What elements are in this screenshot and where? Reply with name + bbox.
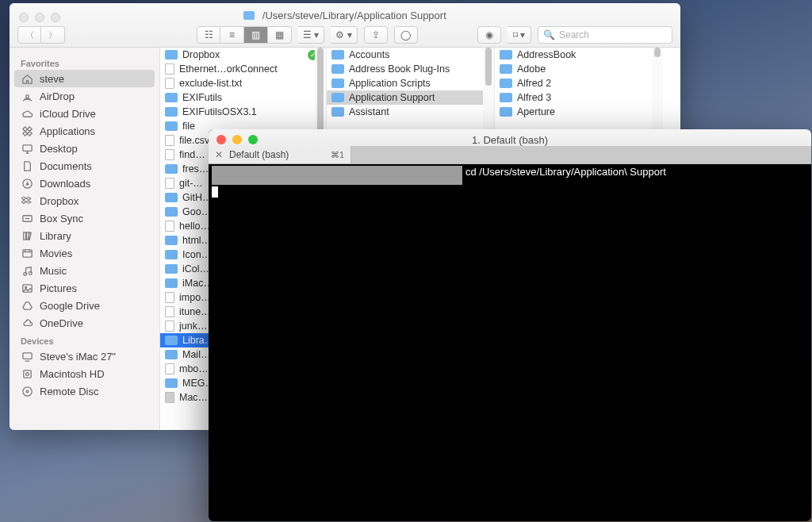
gdrive-icon xyxy=(21,299,33,312)
search-field[interactable]: 🔍 Search xyxy=(538,26,672,44)
folder-icon xyxy=(165,250,178,259)
file-row[interactable]: Ethernet…orkConnect xyxy=(160,62,326,76)
sidebar-item-airdrop[interactable]: AirDrop xyxy=(10,87,159,105)
gallery-view-button[interactable]: ▦ xyxy=(268,26,292,44)
file-icon xyxy=(165,78,174,89)
terminal-tab[interactable]: ✕ Default (bash) ⌘1 xyxy=(209,146,351,163)
actions-button[interactable]: ⚙ ▾ xyxy=(331,26,357,44)
quicklook-button[interactable]: ◉ xyxy=(477,26,501,44)
sidebar-item-icloud-drive[interactable]: iCloud Drive xyxy=(10,105,159,122)
sidebar-item-onedrive[interactable]: OneDrive xyxy=(10,314,159,332)
folder-icon xyxy=(331,93,344,102)
arrange-button[interactable]: ☰ ▾ xyxy=(298,26,324,44)
folder-icon xyxy=(165,121,178,131)
file-icon xyxy=(165,135,174,146)
back-button[interactable]: 〈 xyxy=(17,26,41,44)
terminal-title: 1. Default (bash) xyxy=(209,134,811,146)
sidebar-item-label: Box Sync xyxy=(40,213,83,225)
apps-icon xyxy=(21,125,33,137)
file-row[interactable]: EXIFutilsOSX3.1▶ xyxy=(160,105,326,119)
sidebar-item-box-sync[interactable]: Box Sync xyxy=(10,209,159,227)
sidebar-item-macintosh-hd[interactable]: Macintosh HD xyxy=(10,365,159,382)
movies-icon xyxy=(21,247,33,259)
music-icon xyxy=(21,264,33,277)
dropbox-toolbar-button[interactable]: ⌑ ▾ xyxy=(508,26,531,44)
file-label: Address Book Plug-Ins xyxy=(349,63,450,75)
sidebar-item-movies[interactable]: Movies xyxy=(10,244,159,262)
folder-icon xyxy=(331,50,344,59)
file-row[interactable]: Alfred 2▶ xyxy=(495,76,663,90)
icon-view-button[interactable]: ☷ xyxy=(197,26,220,44)
folder-icon xyxy=(165,50,178,59)
sidebar-item-google-drive[interactable]: Google Drive xyxy=(10,297,159,314)
file-label: mbo… xyxy=(179,363,209,374)
sidebar-section-header: Devices xyxy=(10,332,159,347)
file-row[interactable]: Dropbox✓ xyxy=(160,48,326,62)
scroll-thumb[interactable] xyxy=(654,48,661,57)
file-row[interactable]: Adobe▶ xyxy=(495,62,663,76)
sidebar-item-documents[interactable]: Documents xyxy=(10,157,159,175)
file-row[interactable]: Application Support▶ xyxy=(327,90,494,105)
documents-icon xyxy=(21,159,33,172)
file-row[interactable]: Assistant▶ xyxy=(327,105,494,119)
folder-icon xyxy=(165,207,178,217)
tags-button[interactable]: ◯ xyxy=(394,26,418,44)
sidebar-item-steve-s-imac-27-[interactable]: Steve's iMac 27" xyxy=(10,347,159,365)
file-label: AddressBook xyxy=(517,49,576,60)
sidebar-item-downloads[interactable]: Downloads xyxy=(10,175,159,192)
nav-group: 〈 〉 xyxy=(17,26,65,44)
sidebar-item-desktop[interactable]: Desktop xyxy=(10,140,159,157)
file-label: iCol… xyxy=(182,263,209,274)
search-icon: 🔍 xyxy=(543,29,555,40)
share-button[interactable]: ⇪ xyxy=(364,26,388,44)
file-label: git-… xyxy=(179,178,203,189)
folder-icon xyxy=(165,264,178,274)
close-tab-icon[interactable]: ✕ xyxy=(215,149,223,160)
file-row[interactable]: Application Scripts▶ xyxy=(327,76,494,90)
sidebar-item-dropbox[interactable]: Dropbox xyxy=(10,192,159,209)
view-mode-group: ☷ ≡ ▥ ▦ xyxy=(197,26,292,44)
file-label: Icon… xyxy=(182,249,211,260)
folder-icon xyxy=(500,79,512,88)
sidebar-item-pictures[interactable]: Pictures xyxy=(10,279,159,297)
sidebar-item-music[interactable]: Music xyxy=(10,262,159,279)
folder-icon xyxy=(165,350,178,359)
sidebar-item-steve[interactable]: steve xyxy=(14,70,155,87)
sidebar-item-label: Music xyxy=(40,265,67,277)
file-row[interactable]: exclude-list.txt xyxy=(160,76,326,90)
sidebar-item-label: OneDrive xyxy=(40,317,83,329)
file-label: EXIFutils xyxy=(182,92,222,103)
folder-icon xyxy=(500,50,512,59)
folder-icon xyxy=(165,336,178,345)
folder-icon xyxy=(165,278,178,288)
file-row[interactable]: Alfred 3▶ xyxy=(495,90,663,105)
airdrop-icon xyxy=(21,90,33,102)
terminal-body[interactable]: cd /Users/steve/Library/Application\ Sup… xyxy=(209,164,811,521)
terminal-command: cd /Users/steve/Library/Application\ Sup… xyxy=(462,166,666,185)
forward-button[interactable]: 〉 xyxy=(41,26,65,44)
terminal-titlebar: 1. Default (bash) ✕ Default (bash) ⌘1 xyxy=(209,129,811,164)
file-row[interactable]: Address Book Plug-Ins▶ xyxy=(327,62,494,76)
svg-point-6 xyxy=(29,271,32,274)
sidebar-item-applications[interactable]: Applications xyxy=(10,122,159,140)
folder-icon xyxy=(500,64,512,74)
scroll-thumb[interactable] xyxy=(485,48,492,86)
file-label: Adobe xyxy=(517,63,546,75)
column-view-button[interactable]: ▥ xyxy=(244,26,268,44)
svg-rect-10 xyxy=(23,370,30,377)
file-label: Alfred 3 xyxy=(517,92,551,103)
file-label: impo… xyxy=(179,292,211,303)
file-row[interactable]: EXIFutils▶ xyxy=(160,90,326,105)
sidebar-item-library[interactable]: Library xyxy=(10,227,159,244)
file-row[interactable]: AddressBook▶ xyxy=(495,48,663,62)
terminal-tab-label: Default (bash) xyxy=(229,149,289,160)
sidebar-item-remote-disc[interactable]: Remote Disc xyxy=(10,382,159,400)
list-view-button[interactable]: ≡ xyxy=(220,26,244,44)
sidebar-item-label: Documents xyxy=(40,160,92,172)
file-label: Ethernet…orkConnect xyxy=(179,63,278,75)
file-label: Goo… xyxy=(182,206,211,217)
file-row[interactable]: Accounts▶ xyxy=(327,48,494,62)
sidebar-item-label: Remote Disc xyxy=(40,386,98,397)
finder-toolbar: 〈 〉 ☷ ≡ ▥ ▦ ☰ ▾ ⚙ ▾ ⇪ ◯ ◉ ⌑ ▾ xyxy=(17,25,672,44)
file-row[interactable]: Aperture▶ xyxy=(495,105,663,119)
